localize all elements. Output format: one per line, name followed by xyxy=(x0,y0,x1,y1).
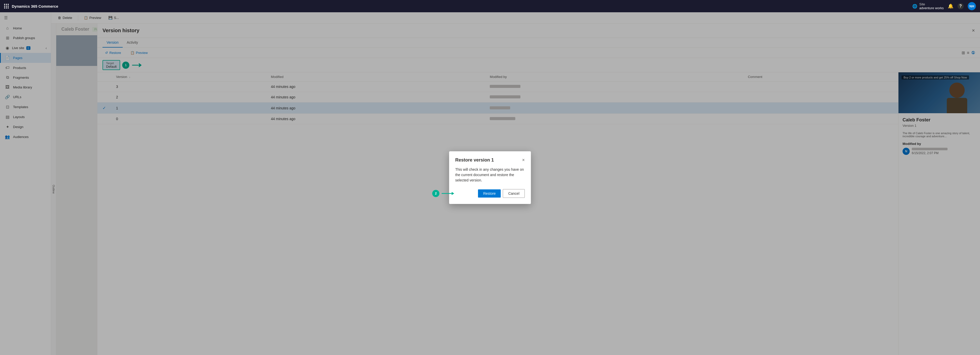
site-name-container: Site adventure works xyxy=(920,2,944,10)
annotation-2: 2 xyxy=(432,190,456,197)
app-launcher-icon[interactable] xyxy=(4,4,9,8)
restore-modal: Restore version 1 × This will check in a… xyxy=(449,151,531,204)
site-label: Site xyxy=(920,2,944,6)
user-avatar[interactable]: NH xyxy=(968,2,976,10)
bell-icon[interactable]: 🔔 xyxy=(948,3,953,9)
modal-body: This will check in any changes you have … xyxy=(455,167,525,183)
restore-confirm-button[interactable]: Restore xyxy=(478,189,501,197)
annotation-badge-2: 2 xyxy=(432,190,439,197)
svg-marker-1 xyxy=(452,192,454,195)
top-bar-left: Dynamics 365 Commerce xyxy=(4,4,58,8)
modal-title: Restore version 1 xyxy=(455,158,494,163)
globe-icon[interactable]: 🌐 xyxy=(912,4,917,9)
app-title: Dynamics 365 Commerce xyxy=(12,4,58,8)
site-info: 🌐 Site adventure works xyxy=(912,2,944,10)
modal-header: Restore version 1 × xyxy=(455,158,525,163)
top-bar: Dynamics 365 Commerce 🌐 Site adventure w… xyxy=(0,0,980,12)
annotation-arrow-2-svg xyxy=(441,190,456,197)
top-bar-right: 🌐 Site adventure works 🔔 ? NH xyxy=(912,2,976,10)
cancel-button[interactable]: Cancel xyxy=(503,189,525,198)
modal-close-button[interactable]: × xyxy=(522,158,525,163)
help-icon[interactable]: ? xyxy=(958,3,964,9)
site-name: adventure works xyxy=(920,6,944,10)
modal-footer: 2 Restore Cancel xyxy=(455,189,525,198)
